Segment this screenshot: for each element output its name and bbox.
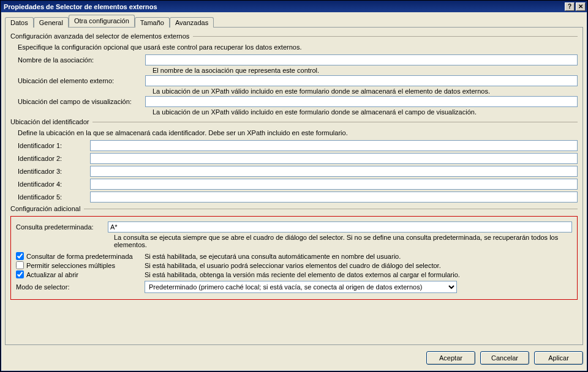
client-area: Datos General Otra configuración Tamaño …: [5, 15, 583, 367]
cancel-button[interactable]: Cancelar: [480, 351, 529, 365]
id-input-5[interactable]: [90, 192, 578, 203]
group-additional: Configuración adicional Consulta predete…: [10, 205, 578, 300]
group-ids: Ubicación del identificador Define la ub…: [10, 118, 578, 203]
ext-loc-input[interactable]: [145, 75, 578, 86]
titlebar: Propiedades de Selector de elementos ext…: [1, 1, 587, 12]
default-query-input[interactable]: [108, 221, 572, 232]
id-input-2[interactable]: [90, 153, 578, 164]
id-row-2: Identificador 2:: [18, 153, 578, 164]
ok-button[interactable]: Aceptar: [426, 351, 475, 365]
tab-datos[interactable]: Datos: [5, 17, 34, 28]
chk-query-default[interactable]: Consultar de forma predeterminada: [16, 252, 145, 260]
selector-mode-select[interactable]: Predeterminado (primero caché local; si …: [145, 281, 457, 293]
group-advanced: Configuración avanzada del selector de e…: [10, 32, 578, 116]
divider: [193, 36, 578, 37]
close-button[interactable]: ✕: [576, 2, 586, 11]
chk-multi-select[interactable]: Permitir selecciones múltiples: [16, 261, 145, 269]
id-input-3[interactable]: [90, 166, 578, 177]
assoc-name-label: Nombre de la asociación:: [18, 56, 145, 64]
default-query-label: Consulta predeterminada:: [16, 223, 108, 231]
tab-otra-configuracion[interactable]: Otra configuración: [69, 15, 135, 27]
group-advanced-legend: Configuración avanzada del selector de e…: [10, 32, 189, 40]
help-button[interactable]: ?: [565, 2, 575, 11]
chk-query-default-help: Si está habilitada, se ejecutará una con…: [145, 253, 572, 260]
chk-query-default-input[interactable]: [16, 252, 24, 260]
group-ids-desc: Define la ubicación en la que se almacen…: [18, 129, 578, 136]
window-title: Propiedades de Selector de elementos ext…: [4, 3, 564, 10]
dialog-window: Propiedades de Selector de elementos ext…: [1, 1, 587, 371]
apply-button[interactable]: Aplicar: [534, 351, 583, 365]
group-additional-legend: Configuración adicional: [10, 205, 80, 212]
divider: [92, 122, 578, 122]
disp-loc-input[interactable]: [145, 96, 578, 107]
id-row-3: Identificador 3:: [18, 166, 578, 177]
divider: [84, 209, 578, 209]
disp-loc-help: La ubicación de un XPath válido incluido…: [153, 108, 578, 116]
ext-loc-label: Ubicación del elemento externo:: [18, 77, 145, 84]
assoc-name-input[interactable]: [145, 54, 578, 65]
id-row-5: Identificador 5:: [18, 192, 578, 203]
group-ids-legend: Ubicación del identificador: [10, 118, 89, 125]
chk-refresh-open[interactable]: Actualizar al abrir: [16, 270, 145, 278]
id-input-4[interactable]: [90, 179, 578, 190]
tab-general[interactable]: General: [34, 17, 69, 28]
chk-multi-select-help: Si está habilitada, el usuario podrá sel…: [145, 262, 572, 269]
id-row-4: Identificador 4:: [18, 179, 578, 190]
group-advanced-desc: Especifique la configuración opcional qu…: [18, 43, 578, 51]
assoc-name-help: El nombre de la asociación que represent…: [153, 67, 578, 74]
button-bar: Aceptar Cancelar Aplicar: [426, 351, 583, 365]
ext-loc-help: La ubicación de un XPath válido incluido…: [153, 87, 578, 95]
selector-mode-label: Modo de selector:: [16, 283, 145, 291]
tab-tamano[interactable]: Tamaño: [135, 17, 170, 28]
chk-refresh-open-input[interactable]: [16, 270, 24, 278]
chk-refresh-open-help: Si está habilitada, obtenga la versión m…: [145, 271, 572, 278]
tabstrip: Datos General Otra configuración Tamaño …: [5, 15, 583, 27]
id-row-1: Identificador 1:: [18, 140, 578, 151]
chk-multi-select-input[interactable]: [16, 261, 24, 269]
default-query-help: La consulta se ejecuta siempre que se ab…: [114, 234, 572, 248]
id-input-1[interactable]: [90, 140, 578, 151]
additional-red-box: Consulta predeterminada: La consulta se …: [10, 216, 578, 300]
tabpane: Configuración avanzada del selector de e…: [5, 27, 583, 345]
tab-avanzadas[interactable]: Avanzadas: [170, 17, 214, 28]
disp-loc-label: Ubicación del campo de visualización:: [18, 98, 145, 105]
